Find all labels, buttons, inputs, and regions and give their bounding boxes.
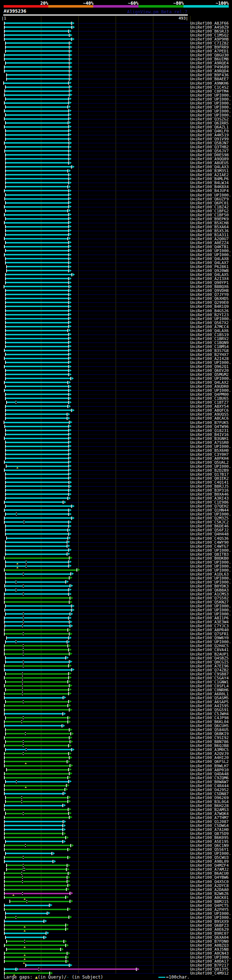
alignment-bar [5,58,69,60]
alignment-bar [26,964,69,966]
arrow-base-tick [68,293,69,296]
arrow-head-icon [47,932,49,934]
arrow-base-tick [67,405,68,408]
arrow-head-icon [69,185,71,188]
label-connector-line [70,837,190,838]
subject-gap-dot [24,520,24,521]
alignment-bar [7,78,69,80]
arrow-head-icon [69,437,72,439]
label-connector-line [72,530,190,530]
arrow-base-tick [69,85,70,89]
arrow-head-icon [69,509,72,512]
subject-gap-dot [38,968,39,969]
arrow-head-icon [69,768,72,771]
arrow-base-tick [68,317,69,320]
arrow-head-icon [70,736,72,739]
alignment-bar [6,130,68,132]
alignment-bar [6,354,68,355]
label-connector-line [72,438,190,439]
label-connector-line [72,215,190,215]
arrow-base-tick [68,221,69,224]
label-connector-line [72,103,190,103]
arrow-base-tick [68,337,69,340]
arrow-base-tick [69,89,70,92]
arrow-head-icon [69,425,72,428]
alignment-bar [6,490,68,491]
subject-gap-dot [26,748,26,749]
label-connector-line [72,179,190,179]
arrow-base-tick [68,744,69,748]
arrow-head-icon [70,142,72,144]
alignment-bar [5,693,68,695]
arrow-head-icon [69,257,72,260]
subject-gap-dot [23,667,24,667]
arrow-head-icon [69,225,72,228]
arrow-head-icon [69,520,72,523]
arrow-head-icon [68,640,70,643]
arrow-head-icon [70,421,72,424]
arrow-head-icon [69,564,72,567]
arrow-base-tick [68,664,69,667]
arrow-head-icon [70,65,72,68]
arrow-head-icon [68,413,70,416]
alignment-bar [5,857,67,858]
alignment-bar [5,809,68,810]
arrow-head-icon [64,832,66,835]
arrow-base-tick [65,580,66,584]
alignment-bar [5,517,71,519]
label-connector-line [67,806,190,806]
alignment-bar [7,769,68,770]
alignment-bar [6,733,70,734]
arrow-base-tick [68,588,69,592]
alignment-bar [7,869,66,870]
arrow-head-icon [63,724,65,727]
subject-gap-dot [23,632,24,633]
label-connector-line [73,486,190,487]
arrow-head-icon [72,38,75,41]
arrow-base-tick [68,333,69,336]
subject-gap-dot [16,581,16,581]
arrow-head-icon [70,33,72,37]
arrow-head-icon [70,57,72,60]
arrow-base-tick [67,628,68,632]
label-connector-line [72,339,190,339]
subject-gap-dot [22,892,23,893]
subject-gap-dot [22,878,23,879]
subject-gap-dot [16,916,16,917]
alignment-bar [7,74,69,76]
alignment-bar [5,753,68,754]
label-connector-line [72,394,190,395]
alignment-bar [6,689,68,690]
arrow-base-tick [70,740,70,743]
alignment-bar [6,513,68,515]
alignment-bar [5,893,70,894]
arrow-head-icon [69,549,72,551]
label-connector-line [72,366,190,367]
subject-gap-dot [26,565,26,565]
subject-gap-dot [23,740,24,741]
alignment-bar [6,122,68,124]
arrow-head-icon [69,329,71,332]
label-connector-line [72,191,190,191]
scale-segment-4 [183,5,229,8]
footer-suffix: (in Subject) [69,975,103,980]
alignment-bar [5,785,66,786]
arrow-head-icon [69,720,71,723]
arrow-base-tick [68,449,69,452]
alignment-bar [6,226,68,228]
alignment-bar [6,86,69,88]
label-connector-line [73,730,190,730]
subject-gap-dot [22,689,23,689]
arrow-base-tick [68,189,69,192]
arrow-head-icon [69,277,72,280]
subject-gap-dot [16,583,16,584]
arrow-base-tick [69,485,69,488]
alignment-bar [5,669,71,671]
arrow-base-tick [71,748,72,751]
label-connector-line [72,183,190,183]
arrow-base-tick [68,201,69,204]
scale-segment-1 [48,5,93,8]
alignment-bar [5,110,68,112]
arrow-head-icon [69,173,72,176]
alignment-bar [5,206,68,208]
